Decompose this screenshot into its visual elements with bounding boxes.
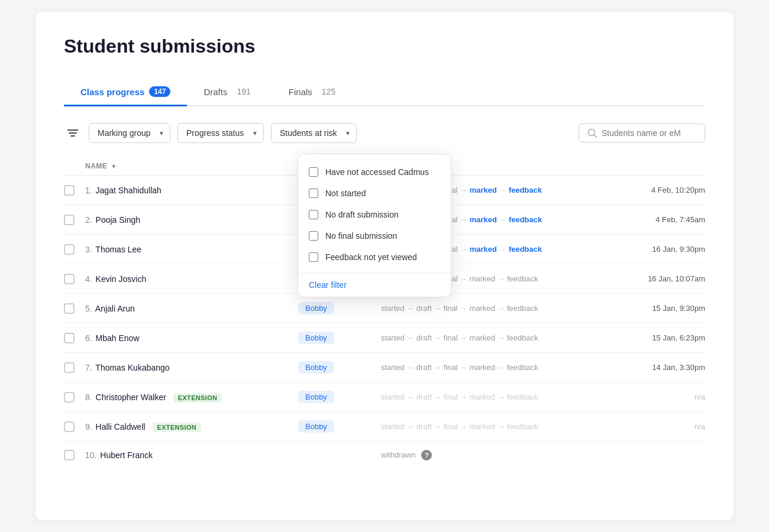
checkbox-have-not-accessed[interactable] <box>309 167 318 177</box>
student-name: 8. Christopher Walker EXTENSION <box>85 392 298 402</box>
dropdown-item-feedback-not-viewed[interactable]: Feedback not yet viewed <box>298 246 451 268</box>
row-checkbox[interactable] <box>64 421 85 432</box>
checkbox-feedback-not-viewed[interactable] <box>309 252 318 262</box>
filter-icon <box>67 129 78 137</box>
student-name: 9. Halli Caldwell EXTENSION <box>85 422 298 432</box>
marker-cell: Bobby <box>298 302 381 314</box>
main-card: Student submissions Class progress 147 D… <box>35 12 734 520</box>
tab-drafts[interactable]: Drafts 191 <box>187 79 272 106</box>
tab-finals[interactable]: Finals 125 <box>272 79 357 106</box>
dropdown-item-have-not-accessed[interactable]: Have not accessed Cadmus <box>298 161 451 183</box>
row-checkbox[interactable] <box>64 450 85 460</box>
student-name: 2. Pooja Singh <box>85 215 298 225</box>
row-checkbox[interactable] <box>64 362 85 373</box>
progress-status-select[interactable]: Progress status <box>177 123 264 143</box>
student-name: 5. Anjali Arun <box>85 304 298 313</box>
checkbox-no-final[interactable] <box>309 231 318 241</box>
dropdown-item-no-final[interactable]: No final submission <box>298 225 451 246</box>
checkbox-no-draft[interactable] <box>309 210 318 219</box>
progress-status-wrapper: Progress status <box>177 123 264 143</box>
filters-row: Marking group Progress status Students a… <box>64 123 705 143</box>
tab-class-progress-label: Class progress <box>80 87 144 97</box>
tab-class-progress-badge: 147 <box>149 86 170 97</box>
timestamp: n/a <box>599 422 705 431</box>
withdrawn-help-icon[interactable]: ? <box>421 450 432 460</box>
tab-class-progress[interactable]: Class progress 147 <box>64 79 187 106</box>
timestamp: n/a <box>599 392 705 401</box>
timestamp: 15 Jan, 6:23pm <box>599 333 705 342</box>
students-at-risk-select[interactable]: Students at risk <box>271 123 357 143</box>
marking-group-wrapper: Marking group <box>89 123 170 143</box>
extension-badge: EXTENSION <box>173 393 222 403</box>
clear-filter-button[interactable]: Clear filter <box>298 273 451 297</box>
dropdown-item-not-started[interactable]: Not started <box>298 183 451 204</box>
withdrawn-label: withdrawn <box>381 450 416 459</box>
student-name: 1. Jagat Shahidullah <box>85 186 298 195</box>
students-at-risk-wrapper: Students at risk <box>271 123 357 143</box>
marker-cell: Bobby <box>298 391 381 403</box>
marker-cell: Bobby <box>298 361 381 374</box>
progress-steps: started → draft → final → marked → feedb… <box>381 304 599 313</box>
student-name: 7. Thomas Kukabango <box>85 363 298 372</box>
dropdown-item-no-draft-label: No draft submission <box>325 210 399 219</box>
marking-group-select[interactable]: Marking group <box>89 123 170 143</box>
tabs-bar: Class progress 147 Drafts 191 Finals 125 <box>64 79 705 106</box>
row-checkbox[interactable] <box>64 215 85 225</box>
row-checkbox[interactable] <box>64 303 85 314</box>
student-name: 10. Hubert Franck <box>85 450 298 460</box>
row-checkbox[interactable] <box>64 244 85 255</box>
dropdown-item-no-final-label: No final submission <box>325 231 397 241</box>
table-row: 10. Hubert Franck withdrawn ? <box>64 442 705 469</box>
svg-line-4 <box>594 135 596 137</box>
tab-finals-label: Finals <box>289 87 312 97</box>
student-name: 4. Kevin Josvich <box>85 274 298 284</box>
tab-drafts-label: Drafts <box>203 87 227 97</box>
page-title: Student submissions <box>64 35 705 57</box>
row-checkbox[interactable] <box>64 185 85 196</box>
marker-cell: Bobby <box>298 420 381 433</box>
dropdown-item-no-draft[interactable]: No draft submission <box>298 204 451 225</box>
row-checkbox[interactable] <box>64 274 85 284</box>
progress-steps: started → draft → final → marked → feedb… <box>381 333 599 342</box>
table-row: 8. Christopher Walker EXTENSION Bobby st… <box>64 382 705 412</box>
timestamp: 15 Jan, 9:30pm <box>599 304 705 313</box>
extension-badge: EXTENSION <box>153 423 202 432</box>
timestamp: 4 Feb, 10:20pm <box>599 186 705 194</box>
marker-cell: Bobby <box>298 332 381 344</box>
students-at-risk-dropdown: Have not accessed Cadmus Not started No … <box>298 154 451 297</box>
row-checkbox[interactable] <box>64 392 85 403</box>
search-wrapper <box>579 124 705 142</box>
progress-steps: withdrawn ? <box>381 450 599 460</box>
table-row: 5. Anjali Arun Bobby started → draft → f… <box>64 294 705 323</box>
student-name: 3. Thomas Lee <box>85 245 298 254</box>
progress-steps: started → draft → final → marked → feedb… <box>381 392 599 401</box>
timestamp: 16 Jan, 9:30pm <box>599 245 705 254</box>
checkbox-not-started[interactable] <box>309 189 318 198</box>
row-checkbox[interactable] <box>64 333 85 343</box>
dropdown-item-have-not-accessed-label: Have not accessed Cadmus <box>325 167 429 177</box>
dropdown-item-not-started-label: Not started <box>325 189 366 198</box>
student-name: 6. Mbah Enow <box>85 333 298 343</box>
tab-drafts-badge: 191 <box>232 86 255 98</box>
timestamp: 4 Feb, 7:45am <box>599 215 705 224</box>
filter-icon-button[interactable] <box>64 125 82 141</box>
table-row: 9. Halli Caldwell EXTENSION Bobby starte… <box>64 412 705 442</box>
progress-steps: started → draft → final → marked → feedb… <box>381 422 599 431</box>
search-icon <box>587 128 597 138</box>
timestamp: 14 Jan, 3:30pm <box>599 363 705 372</box>
dropdown-item-feedback-not-viewed-label: Feedback not yet viewed <box>325 252 417 262</box>
col-lastactive-header <box>599 162 705 170</box>
timestamp: 16 Jan, 10:07am <box>599 274 705 283</box>
col-name-header: NAME ▼ <box>85 162 298 170</box>
name-sort-icon[interactable]: ▼ <box>111 163 117 170</box>
search-input[interactable] <box>602 128 696 138</box>
tab-finals-badge: 125 <box>317 86 340 98</box>
table-row: 6. Mbah Enow Bobby started → draft → fin… <box>64 323 705 353</box>
col-checkbox-header <box>64 162 85 170</box>
table-row[interactable]: 7. Thomas Kukabango Bobby started → draf… <box>64 353 705 382</box>
progress-steps: started → draft → final → marked → feedb… <box>381 363 599 372</box>
